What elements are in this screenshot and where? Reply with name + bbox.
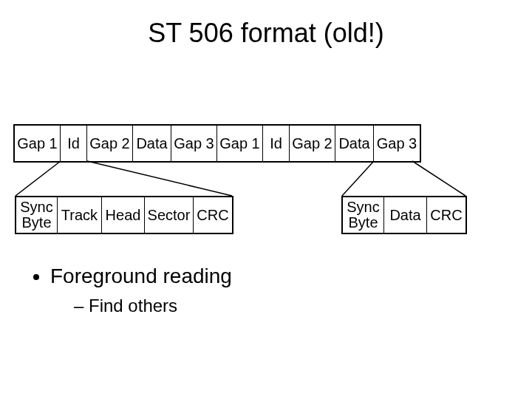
cell-sector: Sector [145, 197, 194, 233]
cell-gap1-b: Gap 1 [217, 126, 263, 161]
svg-line-0 [16, 161, 61, 196]
cell-gap3-b: Gap 3 [374, 126, 420, 161]
cell-gap2-b: Gap 2 [290, 126, 335, 161]
row-sector-layout: Gap 1 Id Gap 2 Data Gap 3 Gap 1 Id Gap 2… [13, 124, 421, 163]
cell-crc-id: CRC [194, 197, 232, 233]
svg-line-1 [87, 161, 232, 196]
cell-gap2-a: Gap 2 [87, 126, 133, 161]
cell-id-a: Id [61, 126, 87, 161]
cell-gap1-a: Gap 1 [15, 126, 61, 161]
cell-syncbyte-id: Sync Byte [16, 197, 58, 233]
cell-gap3-a: Gap 3 [171, 126, 217, 161]
svg-line-2 [342, 161, 374, 196]
row-id-expansion: Sync Byte Track Head Sector CRC [15, 196, 233, 234]
cell-crc-data: CRC [427, 197, 466, 233]
bullet-foreground-reading: Foreground reading [50, 265, 232, 288]
cell-head: Head [102, 197, 145, 233]
cell-id-b: Id [263, 126, 290, 161]
cell-data-a: Data [133, 126, 171, 161]
cell-syncbyte-data: Sync Byte [343, 197, 384, 233]
row-data-expansion: Sync Byte Data CRC [341, 196, 467, 234]
cell-data-b: Data [335, 126, 374, 161]
bullet-find-others: Find others [74, 296, 232, 316]
cell-track: Track [58, 197, 102, 233]
svg-line-3 [412, 161, 466, 196]
bullet-list: Foreground reading Find others [30, 265, 232, 316]
cell-data: Data [384, 197, 427, 233]
slide-title: ST 506 format (old!) [0, 18, 532, 49]
